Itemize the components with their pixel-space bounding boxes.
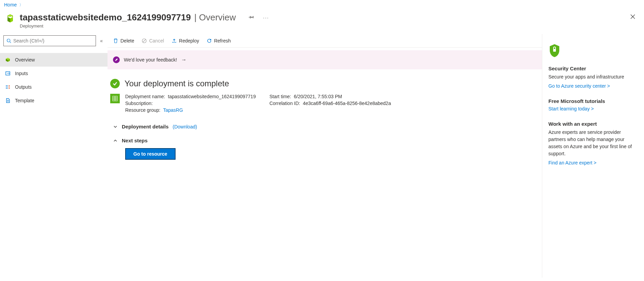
sidebar-item-template[interactable]: Template bbox=[0, 94, 108, 107]
sidebar-item-label: Template bbox=[15, 98, 34, 103]
tutorials-title: Free Microsoft tutorials bbox=[548, 98, 638, 104]
arrow-right-icon: → bbox=[181, 57, 187, 63]
correlation-id-value: 4e3ca6ff-69a6-465a-8256-8e42e8abed2a bbox=[303, 101, 391, 106]
search-input[interactable] bbox=[13, 38, 93, 43]
sidebar-item-inputs[interactable]: Inputs bbox=[0, 67, 108, 80]
go-to-resource-button[interactable]: Go to resource bbox=[125, 148, 176, 160]
svg-marker-1 bbox=[7, 17, 10, 22]
download-link[interactable]: (Download) bbox=[173, 124, 197, 129]
expert-link[interactable]: Find an Azure expert > bbox=[548, 160, 638, 165]
breadcrumb-home[interactable]: Home bbox=[4, 2, 17, 7]
svg-line-7 bbox=[10, 42, 11, 43]
expert-text: Azure experts are service provider partn… bbox=[548, 129, 638, 157]
feedback-text: We'd love your feedback! bbox=[124, 57, 177, 63]
resource-icon bbox=[4, 12, 16, 24]
correlation-id-label: Correlation ID: bbox=[269, 101, 300, 106]
sidebar-item-overview[interactable]: Overview bbox=[0, 53, 108, 67]
deployment-details-toggle[interactable]: Deployment details (Download) bbox=[113, 122, 536, 131]
redeploy-button[interactable]: Redeploy bbox=[169, 37, 202, 45]
deployment-details: Deployment name:tapasstaticwebsitedemo_1… bbox=[108, 94, 542, 120]
search-input-wrapper[interactable] bbox=[3, 35, 96, 46]
svg-point-6 bbox=[7, 39, 10, 42]
deployment-details-title: Deployment details bbox=[122, 124, 169, 129]
refresh-button[interactable]: Refresh bbox=[204, 37, 233, 45]
inputs-icon bbox=[5, 70, 11, 76]
right-panel: Security Center Secure your apps and inf… bbox=[542, 34, 644, 278]
svg-rect-24 bbox=[553, 49, 556, 52]
resource-group-value[interactable]: TapasRG bbox=[163, 107, 183, 113]
chevron-right-icon: 〉 bbox=[19, 2, 23, 7]
close-icon[interactable] bbox=[626, 12, 640, 23]
security-center-text: Secure your apps and infrastructure bbox=[548, 73, 638, 81]
page-subtitle: Deployment bbox=[20, 23, 626, 29]
toolbar: Delete Cancel Redeploy Refresh bbox=[108, 34, 542, 48]
tutorials-link[interactable]: Start learning today > bbox=[548, 106, 638, 111]
deployment-status: Your deployment is complete bbox=[108, 69, 542, 94]
next-steps-title: Next steps bbox=[122, 138, 148, 143]
svg-line-18 bbox=[143, 39, 146, 42]
security-center-title: Security Center bbox=[548, 66, 638, 71]
feedback-rocket-icon bbox=[113, 56, 120, 63]
page-header: tapasstaticwebsitedemo_1624199097719 | O… bbox=[0, 10, 644, 34]
breadcrumb: Home 〉 bbox=[0, 0, 644, 10]
upload-icon bbox=[171, 38, 177, 43]
refresh-icon bbox=[207, 38, 212, 43]
status-text: Your deployment is complete bbox=[125, 79, 229, 88]
svg-marker-2 bbox=[10, 17, 13, 22]
svg-rect-19 bbox=[113, 96, 117, 101]
sidebar-item-label: Overview bbox=[15, 57, 35, 63]
template-icon bbox=[5, 98, 11, 104]
cube-icon bbox=[5, 57, 11, 63]
sidebar-item-outputs[interactable]: Outputs bbox=[0, 80, 108, 94]
cancel-icon bbox=[142, 38, 147, 43]
deployment-name-label: Deployment name: bbox=[125, 94, 165, 99]
start-time-label: Start time: bbox=[269, 94, 291, 99]
next-steps-toggle[interactable]: Next steps bbox=[113, 136, 536, 145]
sidebar: « Overview Inputs Outputs bbox=[0, 34, 108, 278]
security-center-link[interactable]: Go to Azure security center > bbox=[548, 83, 638, 89]
deployment-name-value: tapasstaticwebsitedemo_1624199097719 bbox=[168, 94, 256, 99]
grid-icon bbox=[110, 94, 120, 103]
feedback-banner[interactable]: We'd love your feedback! → bbox=[108, 50, 542, 69]
delete-button[interactable]: Delete bbox=[110, 37, 137, 45]
success-check-icon bbox=[110, 79, 120, 88]
page-section: | Overview bbox=[194, 12, 236, 23]
chevron-down-icon bbox=[113, 125, 118, 129]
resource-group-label: Resource group: bbox=[125, 107, 161, 113]
trash-icon bbox=[113, 38, 118, 43]
search-icon bbox=[6, 38, 11, 43]
pin-icon[interactable] bbox=[247, 13, 255, 22]
expert-title: Work with an expert bbox=[548, 121, 638, 127]
subscription-label: Subscription: bbox=[125, 101, 153, 106]
sidebar-item-label: Inputs bbox=[15, 71, 28, 76]
outputs-icon bbox=[5, 84, 11, 90]
cancel-button: Cancel bbox=[139, 37, 167, 45]
start-time-value: 6/20/2021, 7:55:03 PM bbox=[294, 94, 342, 99]
page-title: tapasstaticwebsitedemo_1624199097719 bbox=[20, 12, 191, 23]
shield-icon bbox=[548, 43, 638, 59]
collapse-sidebar-icon[interactable]: « bbox=[99, 37, 104, 45]
more-icon[interactable]: ··· bbox=[262, 14, 270, 22]
sidebar-item-label: Outputs bbox=[15, 84, 32, 90]
chevron-up-icon bbox=[113, 139, 118, 143]
